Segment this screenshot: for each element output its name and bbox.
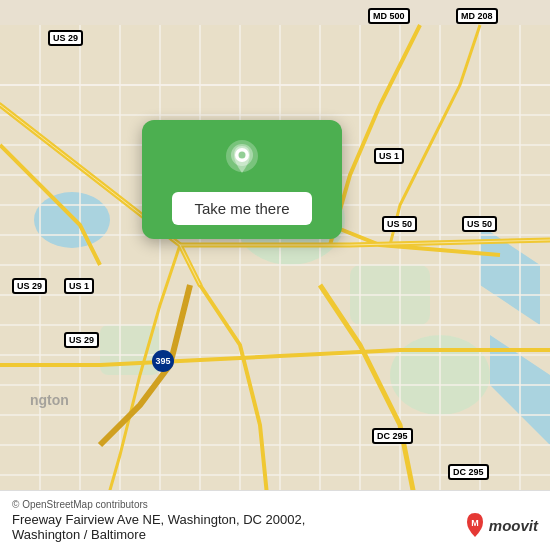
address-line: Freeway Fairview Ave NE, Washington, DC … xyxy=(12,512,538,527)
road-badge-dc295b: DC 295 xyxy=(448,464,489,480)
region-line: Washington / Baltimore xyxy=(12,527,538,542)
road-badge-md208: MD 208 xyxy=(456,8,498,24)
svg-text:ngton: ngton xyxy=(30,392,69,408)
road-badge-us50b: US 50 xyxy=(462,216,497,232)
road-badge-i395: 395 xyxy=(152,350,174,372)
road-badge-dc295: DC 295 xyxy=(372,428,413,444)
svg-rect-0 xyxy=(0,25,550,525)
location-card: Take me there xyxy=(142,120,342,239)
moovit-pin-icon: M xyxy=(464,512,486,538)
road-badge-us1-mid: US 1 xyxy=(64,278,94,294)
take-me-there-button[interactable]: Take me there xyxy=(172,192,311,225)
svg-point-1 xyxy=(34,192,110,248)
info-bar: © OpenStreetMap contributors Freeway Fai… xyxy=(0,490,550,550)
road-badge-md500: MD 500 xyxy=(368,8,410,24)
moovit-brand-text: moovit xyxy=(489,517,538,534)
map-container: ngton Take me there US 29 MD 500 MD 208 … xyxy=(0,0,550,550)
road-badge-us1-top: US 1 xyxy=(374,148,404,164)
moovit-logo: M moovit xyxy=(464,512,538,538)
location-pin-icon xyxy=(220,138,264,182)
road-badge-us29-top: US 29 xyxy=(48,30,83,46)
road-badge-us50: US 50 xyxy=(382,216,417,232)
osm-credit: © OpenStreetMap contributors xyxy=(12,499,538,510)
road-badge-us29-bot: US 29 xyxy=(64,332,99,348)
svg-text:M: M xyxy=(471,518,479,528)
road-badge-us29-mid: US 29 xyxy=(12,278,47,294)
